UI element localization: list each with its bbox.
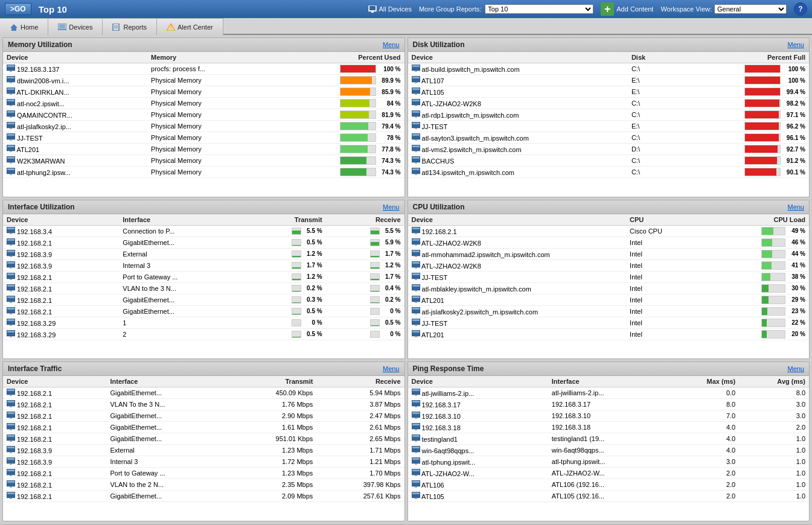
table-row: 192.168.2.1 GigabitEthernet... 0.5 % 0 % [3, 305, 404, 317]
device-cell[interactable]: dbwin2008-vm.i... [3, 75, 147, 86]
device-cell[interactable]: ATL-JZHAO2-W2K8 [408, 98, 628, 109]
device-cell[interactable]: 192.168.2.1 [3, 468, 106, 479]
device-cell[interactable]: atl-mmohammad2.ipswitch_m.ipswitch.com [408, 248, 627, 259]
svg-rect-171 [412, 424, 420, 425]
tx-cell: 1.76 Mbps [229, 399, 316, 410]
device-cell[interactable]: atl-vms2.ipswitch_m.ipswitch.com [408, 144, 628, 155]
device-cell[interactable]: 192.168.3.10 [408, 410, 548, 422]
svg-rect-165 [412, 401, 420, 402]
device-cell[interactable]: 192.168.2.1 [3, 479, 106, 491]
device-cell[interactable]: 192.168.2.1 [408, 225, 627, 237]
device-cell[interactable]: win-6aqt98qqps... [408, 445, 548, 456]
device-icon [7, 238, 15, 246]
device-cell[interactable]: atl-build.ipswitch_m.ipswitch.com [408, 63, 628, 75]
svg-rect-48 [412, 88, 420, 90]
tab-devices[interactable]: Devices [48, 18, 103, 35]
table-row: atl-jwilliams-2.ip... atl-jwilliams-2.ip… [408, 387, 810, 399]
device-cell[interactable]: 192.168.2.1 [3, 422, 106, 433]
table-row: 192.168.2.1 GigabitEthernet... 0.3 % 0.2… [3, 294, 404, 305]
device-cell[interactable]: W2K3MARWAN [3, 155, 147, 167]
add-content-button[interactable]: + [601, 2, 614, 16]
device-cell[interactable]: atl-jslafkosky2.ip... [3, 121, 147, 132]
device-cell[interactable]: atl-rdp1.ipswitch_m.ipswitch.com [408, 109, 628, 121]
device-icon [7, 250, 15, 257]
device-cell[interactable]: 192.168.3.29 [3, 328, 119, 340]
device-cell[interactable]: atl-jwilliams-2.ip... [408, 387, 548, 399]
table-row: ATL105 ATL105 (192.16... 2.0 1.0 [408, 491, 810, 502]
device-cell[interactable]: 192.168.2.1 [3, 237, 119, 248]
device-cell[interactable]: ATL107 [408, 75, 628, 86]
device-cell[interactable]: ATL-JZHAO2-W... [408, 468, 548, 479]
device-cell[interactable]: ATL106 [408, 479, 548, 491]
device-cell[interactable]: atl-noc2.ipswit... [3, 98, 147, 109]
device-cell[interactable]: 192.168.3.9 [3, 445, 106, 456]
svg-rect-141 [7, 424, 14, 425]
device-cell[interactable]: atl-tphung.ipswit... [408, 456, 548, 468]
device-cell[interactable]: 192.168.3.9 [3, 456, 106, 468]
device-cell[interactable]: 192.168.2.1 [3, 294, 119, 305]
device-cell[interactable]: JJ-TEST [408, 271, 627, 282]
device-cell[interactable]: ATL201 [3, 144, 147, 155]
go-button[interactable]: >GO [5, 3, 31, 15]
device-icon [7, 65, 15, 72]
disk-table: Device Disk Percent Full atl-build.ipswi… [408, 52, 810, 178]
device-cell[interactable]: ATL105 [408, 491, 548, 502]
cpu-cell: Intel [626, 317, 706, 328]
table-row: atl-mblakley.ipswitch_m.ipswitch.com Int… [408, 282, 810, 294]
device-cell[interactable]: QAMAINCONTR... [3, 109, 147, 121]
disk-panel-menu[interactable]: Menu [787, 41, 804, 48]
device-cell[interactable]: atl-tphung2.ipsw... [3, 167, 147, 178]
ping-panel-menu[interactable]: Menu [787, 365, 804, 372]
device-cell[interactable]: 192.168.3.9 [3, 248, 119, 259]
device-cell[interactable]: atl-mblakley.ipswitch_m.ipswitch.com [408, 282, 627, 294]
cpu-panel-menu[interactable]: Menu [787, 203, 804, 211]
rx-cell: 0 % [326, 328, 404, 340]
device-cell[interactable]: BACCHUS [408, 155, 628, 167]
iface-traffic-panel-menu[interactable]: Menu [383, 365, 400, 372]
memory-table: Device Memory Percent Used 192.168.3.137… [3, 52, 404, 178]
device-cell[interactable]: 192.168.2.1 [3, 282, 119, 294]
device-cell[interactable]: ATL201 [408, 294, 627, 305]
memory-cell: Physical Memory [147, 132, 269, 144]
device-cell[interactable]: 192.168.2.1 [3, 387, 106, 399]
device-cell[interactable]: 192.168.3.9 [3, 259, 119, 271]
device-cell[interactable]: 192.168.2.1 [3, 271, 119, 282]
device-cell[interactable]: 192.168.2.1 [3, 410, 106, 422]
tab-reports[interactable]: Reports [103, 18, 157, 35]
device-cell[interactable]: JJ-TEST [3, 132, 147, 144]
device-cell[interactable]: JJ-TEST [408, 121, 628, 132]
device-cell[interactable]: ATL105 [408, 86, 628, 98]
device-cell[interactable]: 192.168.3.4 [3, 225, 119, 237]
device-cell[interactable]: JJ-TEST [408, 317, 627, 328]
device-cell[interactable]: atl134.ipswitch_m.ipswitch.com [408, 167, 628, 178]
device-cell[interactable]: 192.168.2.1 [3, 305, 119, 317]
device-cell[interactable]: 192.168.3.137 [3, 63, 147, 75]
device-cell[interactable]: ATL-DKIRKLAN... [3, 86, 147, 98]
device-cell[interactable]: atl-sayton3.ipswitch_m.ipswitch.com [408, 132, 628, 144]
group-reports-select[interactable]: Top 10 [485, 4, 593, 14]
device-cell[interactable]: ATL-JZHAO2-W2K8 [408, 237, 627, 248]
tx-cell: 450.09 Kbps [229, 387, 316, 399]
device-cell[interactable]: ATL-JZHAO2-W2K8 [408, 259, 627, 271]
svg-rect-13 [10, 71, 12, 72]
memory-panel-menu[interactable]: Menu [383, 41, 400, 48]
device-cell[interactable]: ATL201 [408, 328, 627, 340]
help-button[interactable]: ? [794, 2, 807, 16]
avg-cell: 1.0 [739, 456, 809, 468]
max-cell: 4.0 [668, 422, 739, 433]
device-cell[interactable]: 192.168.3.29 [3, 317, 119, 328]
pct-cell: 91.2 % [671, 155, 809, 167]
iface-util-panel-menu[interactable]: Menu [383, 203, 400, 211]
device-cell[interactable]: testingland1 [408, 433, 548, 445]
iface-traffic-panel-title: Interface Traffic [8, 364, 62, 373]
device-cell[interactable]: 192.168.3.17 [408, 399, 548, 410]
workspace-select[interactable]: General [714, 4, 787, 14]
device-cell[interactable]: 192.168.3.18 [408, 422, 548, 433]
tab-home[interactable]: Home [0, 18, 48, 35]
device-cell[interactable]: 192.168.2.1 [3, 433, 106, 445]
device-cell[interactable]: 192.168.2.1 [3, 399, 106, 410]
tab-alert-center[interactable]: ! Alert Center [157, 18, 223, 35]
device-cell[interactable]: atl-jslafkosky2.ipswitch_m.ipswitch.com [408, 305, 627, 317]
tx-cell: 0.5 % [248, 305, 326, 317]
device-cell[interactable]: 192.168.2.1 [3, 491, 106, 502]
